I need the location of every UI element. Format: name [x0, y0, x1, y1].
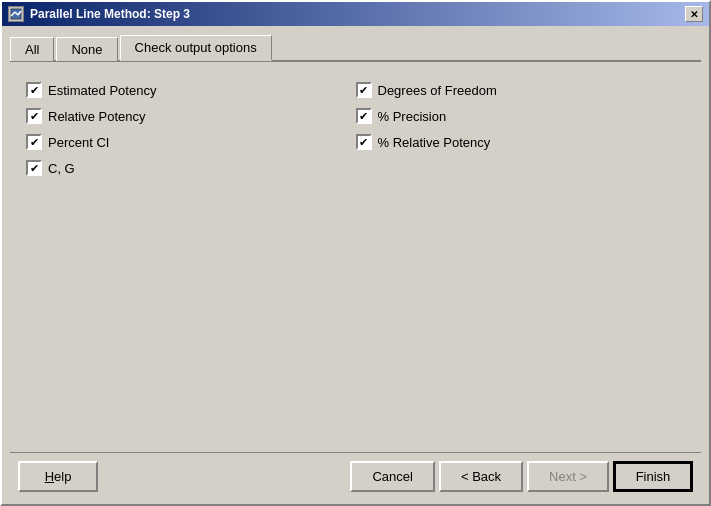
- checkbox-pct-precision-label: % Precision: [378, 109, 447, 124]
- checkbox-estimated-potency-box[interactable]: [26, 82, 42, 98]
- help-button[interactable]: Help: [18, 461, 98, 492]
- main-window: Parallel Line Method: Step 3 ✕ All None …: [0, 0, 711, 506]
- checkbox-dof-label: Degrees of Freedom: [378, 83, 497, 98]
- checkbox-percent-ci[interactable]: Percent CI: [26, 134, 356, 150]
- finish-button[interactable]: Finish: [613, 461, 693, 492]
- checkbox-pct-precision-box[interactable]: [356, 108, 372, 124]
- checkbox-relative-potency-label: Relative Potency: [48, 109, 146, 124]
- window-title: Parallel Line Method: Step 3: [30, 7, 190, 21]
- checkboxes-container: Estimated Potency Relative Potency Perce…: [26, 82, 685, 176]
- checkbox-cg-box[interactable]: [26, 160, 42, 176]
- tab-none[interactable]: None: [56, 37, 117, 61]
- app-icon: [8, 6, 24, 22]
- checkbox-estimated-potency-label: Estimated Potency: [48, 83, 156, 98]
- checkbox-percent-ci-box[interactable]: [26, 134, 42, 150]
- title-bar: Parallel Line Method: Step 3 ✕: [2, 2, 709, 26]
- checkbox-degrees-of-freedom[interactable]: Degrees of Freedom: [356, 82, 686, 98]
- window-body: All None Check output options Estimated …: [2, 26, 709, 504]
- checkbox-cg[interactable]: C, G: [26, 160, 356, 176]
- checkbox-pct-rel-potency-box[interactable]: [356, 134, 372, 150]
- checkbox-percent-ci-label: Percent CI: [48, 135, 109, 150]
- checkbox-estimated-potency[interactable]: Estimated Potency: [26, 82, 356, 98]
- checkbox-pct-precision[interactable]: % Precision: [356, 108, 686, 124]
- next-button[interactable]: Next >: [527, 461, 609, 492]
- tab-all[interactable]: All: [10, 37, 54, 61]
- back-button[interactable]: < Back: [439, 461, 523, 492]
- checkbox-cg-label: C, G: [48, 161, 75, 176]
- checkbox-pct-rel-potency-label: % Relative Potency: [378, 135, 491, 150]
- left-checkbox-column: Estimated Potency Relative Potency Perce…: [26, 82, 356, 176]
- checkbox-relative-potency[interactable]: Relative Potency: [26, 108, 356, 124]
- checkbox-pct-relative-potency[interactable]: % Relative Potency: [356, 134, 686, 150]
- tab-bar: All None Check output options: [10, 34, 701, 62]
- cancel-button[interactable]: Cancel: [350, 461, 434, 492]
- checkbox-relative-potency-box[interactable]: [26, 108, 42, 124]
- right-checkbox-column: Degrees of Freedom % Precision % Relativ…: [356, 82, 686, 176]
- navigation-buttons: Cancel < Back Next > Finish: [350, 461, 693, 492]
- button-bar: Help Cancel < Back Next > Finish: [10, 452, 701, 496]
- tab-check-output[interactable]: Check output options: [120, 35, 272, 61]
- title-bar-left: Parallel Line Method: Step 3: [8, 6, 190, 22]
- checkbox-dof-box[interactable]: [356, 82, 372, 98]
- content-area: Estimated Potency Relative Potency Perce…: [10, 70, 701, 444]
- close-button[interactable]: ✕: [685, 6, 703, 22]
